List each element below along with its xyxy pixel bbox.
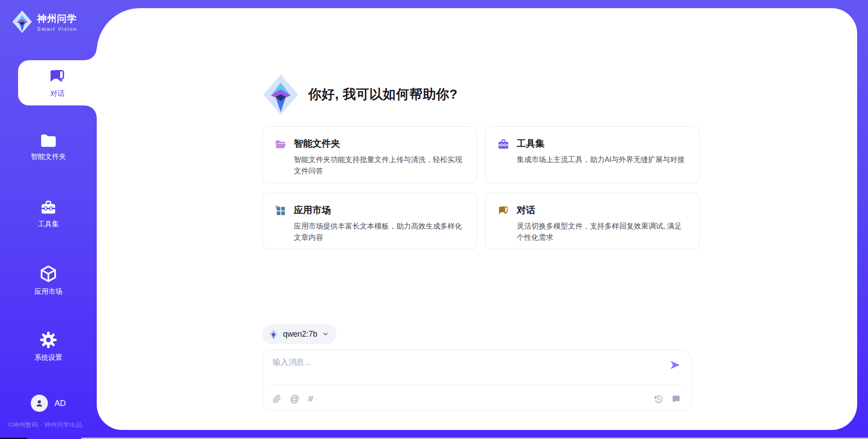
chat-bubble-icon xyxy=(671,394,681,404)
composer-tools-right xyxy=(654,394,681,404)
history-button[interactable] xyxy=(654,394,664,404)
card-toolset[interactable]: 工具集 集成市场上主流工具，助力AI与外界无缝扩展与对接 xyxy=(485,126,700,183)
person-icon xyxy=(34,398,44,408)
open-folder-icon xyxy=(274,138,287,150)
feature-cards: 智能文件夹 智能文件夹功能支持批量文件上传与清洗，轻松实现文件问答 工具集 集成… xyxy=(262,126,692,249)
model-selector[interactable]: qwen2:7b xyxy=(262,324,336,344)
history-icon xyxy=(654,394,664,404)
sidebar-item-label: 对话 xyxy=(50,89,65,99)
card-description: 集成市场上主流工具，助力AI与外界无缝扩展与对接 xyxy=(517,154,688,165)
message-composer: @ # xyxy=(262,349,692,411)
chat-bubble-button[interactable] xyxy=(671,394,681,404)
brand-subtitle: Smart Vision xyxy=(37,26,77,32)
card-description: 灵活切换多模型文件，支持多样回复效果调试, 满足个性化需求 xyxy=(517,220,688,243)
hash-icon[interactable]: # xyxy=(308,394,313,404)
sidebar-item-label: 系统设置 xyxy=(0,353,97,363)
grid-cube-icon xyxy=(274,205,287,217)
sidebar: 神州问学 Smart Vision 对话 智能文件夹 工具集 应用市场 xyxy=(0,0,97,439)
sidebar-footer: ©神州数码 · 神州问学出品 xyxy=(8,421,82,429)
message-input[interactable] xyxy=(273,357,662,380)
card-app-market[interactable]: 应用市场 应用市场提供丰富长文本模板，助力高效生成多样化文章内容 xyxy=(262,193,477,249)
cube-icon xyxy=(39,265,57,283)
chat-icon xyxy=(48,67,67,86)
at-icon[interactable]: @ xyxy=(290,394,299,404)
composer-tools-left: @ # xyxy=(273,394,313,404)
card-title: 对话 xyxy=(517,204,688,216)
paperclip-icon xyxy=(273,394,281,404)
card-description: 应用市场提供丰富长文本模板，助力高效生成多样化文章内容 xyxy=(294,220,465,243)
gear-icon xyxy=(39,331,57,349)
main-panel: 你好, 我可以如何帮助你? 智能文件夹 智能文件夹功能支持批量文件上传与清洗，轻… xyxy=(97,8,857,430)
brand-title: 神州问学 xyxy=(37,12,77,25)
folder-icon xyxy=(40,134,57,148)
card-smart-folder[interactable]: 智能文件夹 智能文件夹功能支持批量文件上传与清洗，轻松实现文件问答 xyxy=(262,126,477,183)
brand: 神州问学 Smart Vision xyxy=(12,10,77,33)
card-title: 工具集 xyxy=(517,137,688,150)
greeting-title: 你好, 我可以如何帮助你? xyxy=(308,86,458,104)
user-profile[interactable]: AD xyxy=(0,395,97,412)
model-name: qwen2:7b xyxy=(283,329,317,339)
sidebar-item-chat[interactable]: 对话 xyxy=(18,60,97,105)
sidebar-item-toolset[interactable]: 工具集 xyxy=(0,199,97,229)
gem-logo-icon xyxy=(269,329,278,340)
avatar xyxy=(31,395,48,412)
send-icon xyxy=(669,359,681,371)
user-initials: AD xyxy=(54,399,66,408)
toolbox-icon xyxy=(40,199,57,215)
toolbox-icon xyxy=(497,138,509,150)
card-title: 应用市场 xyxy=(294,204,465,216)
sidebar-item-app-market[interactable]: 应用市场 xyxy=(0,265,97,296)
card-description: 智能文件夹功能支持批量文件上传与清洗，轻松实现文件问答 xyxy=(294,154,465,177)
sidebar-item-settings[interactable]: 系统设置 xyxy=(0,331,97,363)
send-button[interactable] xyxy=(669,359,681,371)
sidebar-item-label: 工具集 xyxy=(0,220,97,229)
card-title: 智能文件夹 xyxy=(294,137,465,150)
card-chat[interactable]: 对话 灵活切换多模型文件，支持多样回复效果调试, 满足个性化需求 xyxy=(485,193,700,249)
chevron-down-icon xyxy=(322,330,329,338)
chat-icon xyxy=(497,205,509,217)
sidebar-item-label: 应用市场 xyxy=(0,287,97,296)
sidebar-item-smart-folder[interactable]: 智能文件夹 xyxy=(0,134,97,162)
attach-button[interactable] xyxy=(273,394,281,404)
greeting-header: 你好, 我可以如何帮助你? xyxy=(262,74,458,115)
sidebar-item-label: 智能文件夹 xyxy=(0,152,97,162)
gem-logo-icon xyxy=(262,74,299,115)
composer-divider xyxy=(270,385,684,385)
brand-gem-icon xyxy=(12,10,33,33)
